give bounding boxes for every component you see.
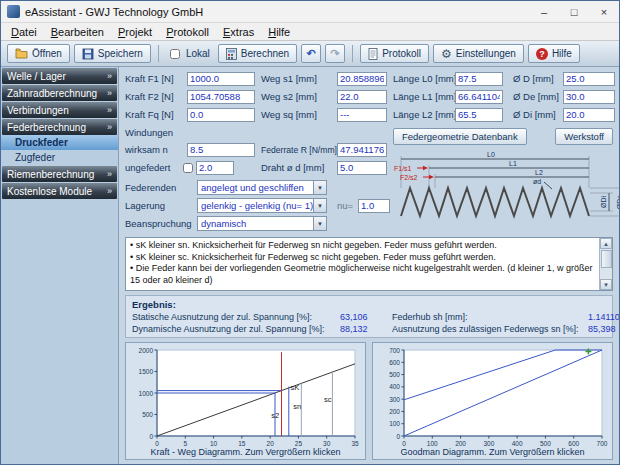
result-value: 1.141104 <box>588 312 619 322</box>
ungefedert-field <box>196 161 234 175</box>
sidebar-item-verbindungen[interactable]: Verbindungen » <box>2 102 117 118</box>
menu-extras[interactable]: Extras <box>217 25 260 39</box>
menu-bearbeiten[interactable]: Bearbeiten <box>45 25 110 39</box>
wirksam-input[interactable] <box>187 143 255 157</box>
d-input[interactable] <box>563 72 615 86</box>
kraft-f1-input[interactable] <box>187 72 255 86</box>
redo-button[interactable]: ↷ <box>325 44 345 63</box>
local-checkbox-group: Lokal <box>166 48 214 59</box>
chevron-right-icon: » <box>107 169 112 179</box>
calculate-button[interactable]: Berechnen <box>218 44 297 63</box>
messages-scrollbar[interactable]: ▲ ▼ <box>599 238 612 290</box>
svg-text:300: 300 <box>483 440 494 446</box>
svg-text:15: 15 <box>238 440 246 446</box>
sidebar-item-riemenberechnung[interactable]: Riemenberechnung » <box>2 166 117 182</box>
goodman-chart-svg: 0100200300400500600700010020030040050060… <box>377 345 609 446</box>
laenge-l1-label: Länge L1 [mm] <box>393 91 453 102</box>
undo-button[interactable]: ↶ <box>301 44 321 63</box>
close-button[interactable]: × <box>589 1 619 22</box>
svg-text:500: 500 <box>539 440 550 446</box>
save-button[interactable]: Speichern <box>74 44 151 63</box>
settings-button[interactable]: ⚙ Einstellungen <box>433 44 524 63</box>
sidebar-item-zugfeder[interactable]: Zugfeder <box>1 150 118 165</box>
sidebar-item-kostenlose-module[interactable]: Kostenlose Module » <box>2 183 117 199</box>
scroll-down-icon[interactable]: ▼ <box>600 279 612 290</box>
dim-inner-diameter-label: ØDi <box>600 196 607 209</box>
de-input[interactable] <box>563 90 615 104</box>
title-bar[interactable]: eAssistant - GWJ Technology GmbH – □ × <box>1 1 619 23</box>
svg-text:25: 25 <box>294 440 302 446</box>
minimize-button[interactable]: – <box>529 1 559 22</box>
help-button-label: Hilfe <box>552 48 572 59</box>
kraft-fq-input[interactable] <box>187 108 255 122</box>
chevron-down-icon[interactable]: ▼ <box>313 217 326 230</box>
werkstoff-button[interactable]: Werkstoff <box>555 128 613 145</box>
ungefedert-checkbox[interactable] <box>183 163 193 173</box>
svg-text:0: 0 <box>402 440 406 446</box>
disk-icon <box>82 48 94 60</box>
menu-protokoll[interactable]: Protokoll <box>160 25 215 39</box>
gear-icon: ⚙ <box>441 48 452 60</box>
svg-text:s2: s2 <box>271 411 279 420</box>
local-checkbox[interactable] <box>170 49 180 59</box>
maximize-button[interactable]: □ <box>559 1 589 22</box>
kraft-f2-input[interactable] <box>187 90 255 104</box>
kraft-weg-chart-caption[interactable]: Kraft - Weg Diagramm. Zum Vergrößern kli… <box>151 447 341 457</box>
svg-text:2000: 2000 <box>138 347 153 354</box>
svg-text:100: 100 <box>389 420 400 427</box>
protocol-button[interactable]: Protokoll <box>360 44 429 63</box>
sidebar-item-welle-lager[interactable]: Welle / Lager » <box>2 68 117 84</box>
scrollbar-thumb[interactable] <box>601 250 612 268</box>
menu-projekt[interactable]: Projekt <box>112 25 158 39</box>
window-title: eAssistant - GWJ Technology GmbH <box>25 6 203 18</box>
svg-text:100: 100 <box>426 440 437 446</box>
svg-text:0: 0 <box>149 433 153 440</box>
svg-text:sn: sn <box>293 402 301 411</box>
beanspruchung-select[interactable]: dynamisch ▼ <box>197 216 327 231</box>
result-label: Ausnutzung des zulässigen Federwegs sn [… <box>392 324 588 334</box>
dim-l1-label: L1 <box>509 160 517 167</box>
open-button[interactable]: Öffnen <box>7 44 70 63</box>
dim-wire-diameter-label: ød <box>533 178 541 185</box>
federgeometrie-datenbank-button[interactable]: Federgeometrie Datenbank <box>393 128 527 145</box>
results-heading: Ergebnis: <box>132 299 606 310</box>
de-label: Ø De [mm] <box>513 91 561 102</box>
goodman-chart[interactable]: 0100200300400500600700010020030040050060… <box>372 342 613 460</box>
laenge-l2-input[interactable] <box>455 108 503 122</box>
kraft-weg-chart[interactable]: 051015202530350500100015002000sKs2snsc K… <box>125 342 366 460</box>
app-icon <box>7 5 20 18</box>
force-f1-s1-label: F1/s1 <box>394 165 412 172</box>
help-button[interactable]: ? Hilfe <box>528 44 580 63</box>
goodman-chart-caption[interactable]: Goodman Diagramm. Zum Vergrößern klicken <box>400 447 584 457</box>
menu-hilfe[interactable]: Hilfe <box>262 25 296 39</box>
chevron-down-icon[interactable]: ▼ <box>313 181 326 194</box>
toolbar: Öffnen Speichern Lokal Berechnen ↶ ↷ Pro… <box>1 41 619 67</box>
toolbar-separator <box>158 45 159 62</box>
lagerung-select[interactable]: gelenkig - gelenkig (nu= 1) ▼ <box>197 198 327 213</box>
svg-text:0: 0 <box>155 440 159 446</box>
sidebar-item-federberechnung[interactable]: Federberechnung » <box>2 119 117 135</box>
federenden-select[interactable]: angelegt und geschliffen ▼ <box>197 180 327 195</box>
svg-text:400: 400 <box>389 383 400 390</box>
draht-input[interactable] <box>337 161 387 175</box>
weg-s2-label: Weg s2 [mm] <box>261 91 335 102</box>
main-panel: Kraft F1 [N] Weg s1 [mm] Kraft F2 [N] We… <box>119 67 619 464</box>
laenge-l2-label: Länge L2 [mm] <box>393 109 453 120</box>
laenge-l0-input[interactable] <box>455 72 503 86</box>
messages-list: sK kleiner sn. Knicksicherheit für Feder… <box>126 238 599 290</box>
sidebar-item-zahnradberechnung[interactable]: Zahnradberechnung » <box>2 85 117 101</box>
chevron-down-icon[interactable]: ▼ <box>313 199 326 212</box>
di-input[interactable] <box>563 108 615 122</box>
dim-l0-label: L0 <box>487 151 495 158</box>
scroll-up-icon[interactable]: ▲ <box>600 238 612 249</box>
sidebar-item-druckfeder[interactable]: Druckfeder <box>1 135 118 150</box>
result-label: Statische Ausnutzung der zul. Spannung [… <box>132 312 340 322</box>
weg-s1-label: Weg s1 [mm] <box>261 73 335 84</box>
toolbar-separator <box>352 45 353 62</box>
menu-datei[interactable]: Datei <box>5 25 43 39</box>
svg-text:500: 500 <box>142 411 153 418</box>
windungen-heading: Windungen <box>125 127 387 138</box>
warning-message: sK kleiner sc. Knicksicherheit für Feder… <box>130 252 595 264</box>
svg-text:30: 30 <box>323 440 331 446</box>
weg-s2-input[interactable] <box>337 90 387 104</box>
